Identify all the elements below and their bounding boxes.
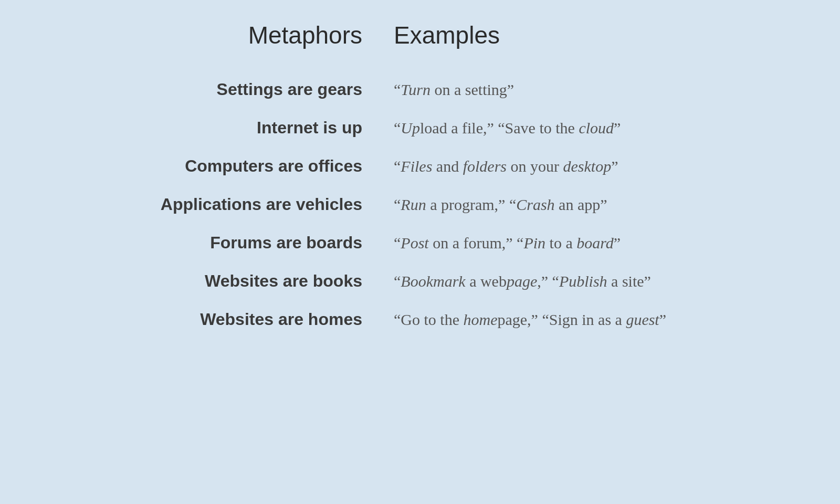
metaphor-text: Forums are boards xyxy=(210,233,362,252)
examples-heading: Examples xyxy=(394,22,500,49)
table-row: Forums are boards“Post on a forum,” “Pin… xyxy=(131,224,709,262)
metaphor-cell: Forums are boards xyxy=(131,233,394,253)
example-cell: “Post on a forum,” “Pin to a board” xyxy=(394,234,709,252)
metaphor-cell: Settings are gears xyxy=(131,80,394,99)
example-text: “Files and folders on your desktop” xyxy=(394,158,618,175)
example-cell: “Go to the homepage,” “Sign in as a gues… xyxy=(394,311,709,329)
table-row: Internet is up“Upload a file,” “Save to … xyxy=(131,109,709,147)
metaphor-cell: Computers are offices xyxy=(131,156,394,176)
header-metaphors-cell: Metaphors xyxy=(131,21,394,49)
example-text: “Upload a file,” “Save to the cloud” xyxy=(394,119,621,136)
table-body: Settings are gears“Turn on a setting”Int… xyxy=(131,70,709,339)
example-text: “Go to the homepage,” “Sign in as a gues… xyxy=(394,311,666,328)
example-cell: “Files and folders on your desktop” xyxy=(394,158,709,175)
example-text: “Post on a forum,” “Pin to a board” xyxy=(394,234,621,251)
table-row: Computers are offices“Files and folders … xyxy=(131,147,709,185)
header-examples-cell: Examples xyxy=(394,21,709,49)
example-text: “Bookmark a webpage,” “Publish a site” xyxy=(394,272,651,290)
example-cell: “Turn on a setting” xyxy=(394,81,709,99)
metaphor-text: Computers are offices xyxy=(185,156,362,175)
metaphor-cell: Applications are vehicles xyxy=(131,195,394,214)
metaphors-heading: Metaphors xyxy=(248,22,362,49)
example-text: “Run a program,” “Crash an app” xyxy=(394,196,607,213)
metaphor-text: Websites are homes xyxy=(200,310,362,329)
table-row: Settings are gears“Turn on a setting” xyxy=(131,70,709,109)
metaphor-text: Internet is up xyxy=(257,118,362,137)
example-text: “Turn on a setting” xyxy=(394,81,514,98)
table-header: Metaphors Examples xyxy=(131,21,709,49)
table-row: Websites are homes“Go to the homepage,” … xyxy=(131,300,709,339)
metaphor-text: Settings are gears xyxy=(217,80,362,99)
metaphor-cell: Websites are books xyxy=(131,271,394,291)
metaphor-cell: Websites are homes xyxy=(131,310,394,329)
table-row: Applications are vehicles“Run a program,… xyxy=(131,185,709,224)
example-cell: “Bookmark a webpage,” “Publish a site” xyxy=(394,272,709,290)
example-cell: “Upload a file,” “Save to the cloud” xyxy=(394,119,709,137)
table-row: Websites are books“Bookmark a webpage,” … xyxy=(131,262,709,300)
metaphor-text: Websites are books xyxy=(205,271,362,290)
metaphor-text: Applications are vehicles xyxy=(161,195,362,214)
example-cell: “Run a program,” “Crash an app” xyxy=(394,196,709,214)
metaphor-cell: Internet is up xyxy=(131,118,394,138)
